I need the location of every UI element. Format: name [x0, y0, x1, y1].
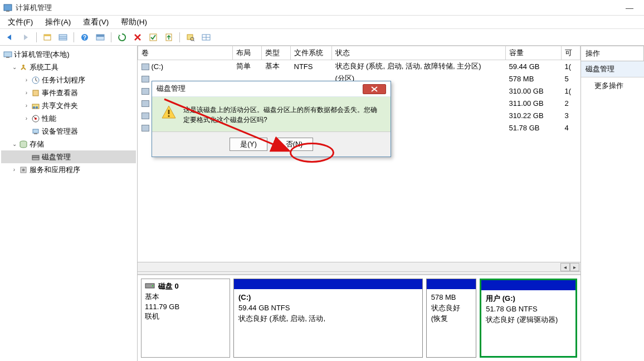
- menu-view[interactable]: 查看(V): [81, 16, 111, 28]
- svg-rect-39: [168, 115, 170, 117]
- confirm-dialog: 磁盘管理 这是该磁盘上的活动分区。磁盘分区上的所有数据都会丢失。您确定要格式化这…: [152, 81, 391, 157]
- col-capacity[interactable]: 容量: [506, 46, 562, 60]
- table-row[interactable]: (C:)简单基本NTFS状态良好 (系统, 启动, 活动, 故障转储, 主分区)…: [138, 60, 580, 73]
- no-button[interactable]: 否(N): [275, 138, 313, 151]
- expand-icon[interactable]: ›: [23, 115, 30, 121]
- show-hide-button[interactable]: [41, 31, 54, 43]
- app-icon: [3, 3, 12, 12]
- volume-icon: [142, 76, 149, 82]
- scroll-left-icon[interactable]: ◂: [560, 263, 570, 271]
- tree-storage[interactable]: ⌄ 存储: [1, 138, 136, 150]
- find-icon[interactable]: [184, 31, 197, 43]
- dialog-title: 磁盘管理: [157, 84, 186, 94]
- disk-name: 磁盘 0: [158, 281, 179, 291]
- tree-root[interactable]: 计算机管理(本地): [1, 48, 136, 61]
- tree-disk-management[interactable]: 磁盘管理: [1, 150, 136, 163]
- services-icon: [19, 165, 28, 174]
- col-free[interactable]: 可: [562, 46, 580, 60]
- tree-performance-label: 性能: [42, 114, 56, 124]
- view-top-button[interactable]: [94, 31, 107, 43]
- col-status[interactable]: 状态: [332, 46, 506, 60]
- svg-rect-0: [4, 4, 12, 11]
- computer-icon: [3, 50, 12, 59]
- tree-services[interactable]: › 服务和应用程序: [1, 163, 136, 176]
- svg-text:?: ?: [83, 35, 86, 41]
- tree-device-manager[interactable]: 设备管理器: [1, 125, 136, 138]
- check-icon[interactable]: [147, 31, 160, 43]
- tree-event-viewer[interactable]: › 事件查看器: [1, 86, 136, 99]
- disk-icon: [145, 282, 155, 291]
- menu-file[interactable]: 文件(F): [6, 16, 35, 28]
- cell-volume: (C:): [152, 62, 164, 71]
- partition-c[interactable]: (C:) 59.44 GB NTFS 状态良好 (系统, 启动, 活动,: [233, 279, 423, 358]
- col-volume[interactable]: 卷: [138, 46, 233, 60]
- expand-icon[interactable]: ›: [23, 90, 30, 96]
- yes-button[interactable]: 是(Y): [230, 138, 267, 151]
- dialog-body: 这是该磁盘上的活动分区。磁盘分区上的所有数据都会丢失。您确定要格式化这个磁盘分区…: [152, 97, 391, 131]
- actions-header: 操作: [581, 46, 644, 61]
- cell-free: 4: [562, 121, 580, 134]
- expand-icon[interactable]: ›: [23, 103, 30, 109]
- help-icon[interactable]: ?: [78, 31, 91, 43]
- part-rec-status: 状态良好 (恢复: [431, 303, 471, 324]
- minimize-button[interactable]: —: [618, 2, 641, 14]
- svg-rect-4: [59, 35, 67, 40]
- partition-recovery[interactable]: 578 MB 状态良好 (恢复: [426, 279, 476, 358]
- svg-rect-1: [6, 11, 9, 12]
- svg-rect-13: [187, 35, 193, 40]
- collapse-icon[interactable]: ⌄: [11, 141, 17, 147]
- col-layout[interactable]: 布局: [233, 46, 262, 60]
- partition-strip: (C:) 59.44 GB NTFS 状态良好 (系统, 启动, 活动, 578…: [233, 279, 577, 358]
- view-list-button[interactable]: [56, 31, 70, 43]
- svg-rect-32: [32, 155, 39, 158]
- nav-forward-button[interactable]: [19, 31, 32, 43]
- svg-point-21: [22, 65, 25, 67]
- col-filesystem[interactable]: 文件系统: [291, 46, 332, 60]
- window-title: 计算机管理: [16, 3, 618, 13]
- cell-capacity: 51.78 GB: [506, 121, 562, 134]
- menu-action[interactable]: 操作(A): [43, 16, 73, 28]
- save-icon[interactable]: [162, 31, 175, 43]
- cell-type: 基本: [262, 60, 291, 73]
- delete-icon[interactable]: [131, 31, 144, 43]
- layout-icon[interactable]: [199, 31, 213, 43]
- refresh-icon[interactable]: [115, 31, 129, 43]
- disk-type: 基本: [145, 292, 226, 302]
- expand-icon[interactable]: ›: [11, 167, 17, 173]
- disk-state: 联机: [145, 311, 226, 321]
- tree-performance[interactable]: › 性能: [1, 112, 136, 125]
- scroll-right-icon[interactable]: ▸: [570, 263, 579, 271]
- tree-task-scheduler[interactable]: › 任务计划程序: [1, 74, 136, 86]
- svg-point-37: [152, 285, 153, 286]
- tree-device-manager-label: 设备管理器: [42, 126, 78, 136]
- svg-point-35: [22, 168, 25, 171]
- actions-section[interactable]: 磁盘管理: [581, 61, 644, 77]
- nav-back-button[interactable]: [3, 31, 17, 43]
- cell-capacity: 59.44 GB: [506, 60, 562, 73]
- dialog-titlebar[interactable]: 磁盘管理: [152, 81, 391, 97]
- tree-shared-folders[interactable]: › 共享文件夹: [1, 99, 136, 112]
- actions-more[interactable]: 更多操作: [581, 77, 644, 94]
- expand-icon[interactable]: ›: [23, 77, 30, 83]
- menu-help[interactable]: 帮助(H): [119, 16, 149, 28]
- svg-point-26: [36, 106, 38, 108]
- volume-icon: [142, 100, 149, 107]
- col-type[interactable]: 类型: [262, 46, 291, 60]
- part-c-name: (C:): [238, 292, 418, 303]
- tree-root-label: 计算机管理(本地): [14, 50, 70, 60]
- horizontal-scrollbar[interactable]: ◂ ▸: [138, 262, 580, 271]
- disk-info-box[interactable]: 磁盘 0 基本 111.79 GB 联机: [141, 279, 230, 358]
- partition-g-selected[interactable]: 用户 (G:) 51.78 GB NTFS 状态良好 (逻辑驱动器): [480, 279, 577, 358]
- part-c-status: 状态良好 (系统, 启动, 活动,: [238, 314, 418, 324]
- dialog-message: 这是该磁盘上的活动分区。磁盘分区上的所有数据都会丢失。您确定要格式化这个磁盘分区…: [183, 105, 382, 125]
- tree-disk-management-label: 磁盘管理: [42, 152, 71, 162]
- svg-rect-30: [34, 133, 37, 134]
- collapse-icon[interactable]: ⌄: [11, 64, 17, 70]
- close-icon[interactable]: [363, 84, 386, 94]
- tree-system-tools[interactable]: ⌄ 系统工具: [1, 61, 136, 74]
- svg-rect-20: [6, 57, 9, 58]
- cell-layout: 简单: [233, 60, 262, 73]
- nav-tree[interactable]: 计算机管理(本地) ⌄ 系统工具 › 任务计划程序 › 事件查看器 › 共享文件…: [0, 46, 138, 361]
- disk-size: 111.79 GB: [145, 303, 226, 311]
- svg-line-15: [193, 40, 194, 41]
